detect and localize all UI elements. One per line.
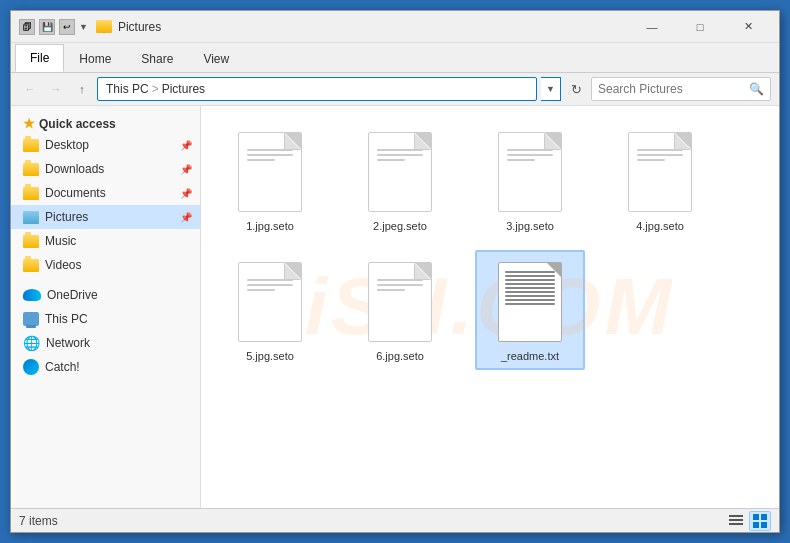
refresh-button[interactable]: ↻ <box>565 78 587 100</box>
files-grid: 1.jpg.seto 2.jpeg.seto <box>211 116 769 374</box>
doc-line <box>247 289 275 291</box>
sidebar-item-documents[interactable]: Documents 📌 <box>11 181 200 205</box>
doc-line <box>247 284 293 286</box>
tab-file[interactable]: File <box>15 44 64 72</box>
doc-lines <box>369 149 431 161</box>
file-icon <box>364 258 436 346</box>
doc-line <box>507 149 553 151</box>
forward-button[interactable]: → <box>45 78 67 100</box>
file-item[interactable]: 4.jpg.seto <box>605 120 715 240</box>
file-name: 3.jpg.seto <box>506 220 554 232</box>
view-buttons <box>725 511 771 531</box>
pin-downloads-icon: 📌 <box>180 164 192 175</box>
sidebar-item-downloads[interactable]: Downloads 📌 <box>11 157 200 181</box>
file-item[interactable]: 1.jpg.seto <box>215 120 325 240</box>
close-button[interactable]: ✕ <box>725 11 771 43</box>
file-icon <box>494 128 566 216</box>
search-box[interactable]: 🔍 <box>591 77 771 101</box>
title-bar: 🗐 💾 ↩ ▼ Pictures — □ ✕ <box>11 11 779 43</box>
onedrive-icon <box>23 289 41 301</box>
doc-line <box>507 159 535 161</box>
quick-access-label: Quick access <box>39 117 116 131</box>
file-item[interactable]: 5.jpg.seto <box>215 250 325 370</box>
readme-line <box>505 271 555 273</box>
doc-lines <box>239 279 301 291</box>
window-title: Pictures <box>118 20 161 34</box>
sidebar-thispc-label: This PC <box>45 312 88 326</box>
doc-lines <box>629 149 691 161</box>
search-input[interactable] <box>598 82 745 96</box>
doc-icon <box>238 262 302 342</box>
search-icon: 🔍 <box>749 82 764 96</box>
file-item[interactable]: 3.jpg.seto <box>475 120 585 240</box>
svg-rect-3 <box>753 514 759 520</box>
pin-pictures-icon: 📌 <box>180 212 192 223</box>
sidebar-item-desktop[interactable]: Desktop 📌 <box>11 133 200 157</box>
svg-rect-0 <box>729 515 743 517</box>
sidebar-catch-label: Catch! <box>45 360 80 374</box>
title-bar-icons: 🗐 💾 ↩ ▼ <box>19 19 88 35</box>
up-button[interactable]: ↑ <box>71 78 93 100</box>
main-area: ★ Quick access Desktop 📌 Downloads 📌 Doc… <box>11 106 779 508</box>
doc-line <box>507 154 553 156</box>
address-path[interactable]: This PC > Pictures <box>97 77 537 101</box>
doc-icon <box>628 132 692 212</box>
sidebar-item-thispc[interactable]: This PC <box>11 307 200 331</box>
file-item[interactable]: 2.jpeg.seto <box>345 120 455 240</box>
doc-icon <box>498 132 562 212</box>
title-text: Pictures <box>96 20 629 34</box>
path-thispc[interactable]: This PC <box>104 82 151 96</box>
address-dropdown[interactable]: ▼ <box>541 77 561 101</box>
doc-lines <box>239 149 301 161</box>
doc-line <box>377 279 423 281</box>
pin-desktop-icon: 📌 <box>180 140 192 151</box>
sidebar-item-videos[interactable]: Videos <box>11 253 200 277</box>
file-name: 2.jpeg.seto <box>373 220 427 232</box>
sidebar-item-pictures[interactable]: Pictures 📌 <box>11 205 200 229</box>
file-icon <box>364 128 436 216</box>
file-icon <box>494 258 566 346</box>
tab-share[interactable]: Share <box>126 45 188 72</box>
window-controls: — □ ✕ <box>629 11 771 43</box>
file-icon <box>234 128 306 216</box>
svg-rect-5 <box>753 522 759 528</box>
sidebar-downloads-label: Downloads <box>45 162 104 176</box>
readme-line <box>505 279 555 281</box>
back-button[interactable]: ← <box>19 78 41 100</box>
file-item[interactable]: 6.jpg.seto <box>345 250 455 370</box>
file-icon <box>234 258 306 346</box>
sidebar-item-music[interactable]: Music <box>11 229 200 253</box>
file-item-selected[interactable]: _readme.txt <box>475 250 585 370</box>
sidebar-item-network[interactable]: 🌐 Network <box>11 331 200 355</box>
grid-view-button[interactable] <box>749 511 771 531</box>
maximize-button[interactable]: □ <box>677 11 723 43</box>
sidebar-documents-label: Documents <box>45 186 106 200</box>
doc-line <box>637 154 683 156</box>
minimize-button[interactable]: — <box>629 11 675 43</box>
save-icon: 💾 <box>39 19 55 35</box>
readme-line <box>505 299 555 301</box>
sidebar-item-catch[interactable]: Catch! <box>11 355 200 379</box>
doc-line <box>377 154 423 156</box>
folder-music-icon <box>23 235 39 248</box>
dropdown-arrow[interactable]: ▼ <box>79 22 88 32</box>
tab-home[interactable]: Home <box>64 45 126 72</box>
quick-access-section: ★ Quick access <box>11 110 200 133</box>
svg-rect-2 <box>729 523 743 525</box>
doc-icon <box>238 132 302 212</box>
list-view-button[interactable] <box>725 511 747 531</box>
sidebar-item-onedrive[interactable]: OneDrive <box>11 283 200 307</box>
folder-videos-icon <box>23 259 39 272</box>
path-pictures[interactable]: Pictures <box>160 82 207 96</box>
doc-line <box>377 289 405 291</box>
file-name: 4.jpg.seto <box>636 220 684 232</box>
readme-line <box>505 295 555 297</box>
status-bar: 7 items <box>11 508 779 532</box>
doc-lines <box>369 279 431 291</box>
tab-view[interactable]: View <box>188 45 244 72</box>
folder-downloads-icon <box>23 163 39 176</box>
folder-pictures-icon <box>23 211 39 224</box>
readme-doc-icon <box>498 262 562 342</box>
sidebar-pictures-label: Pictures <box>45 210 88 224</box>
doc-line <box>377 284 423 286</box>
